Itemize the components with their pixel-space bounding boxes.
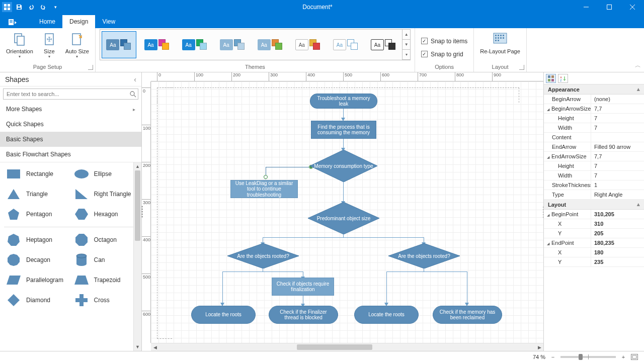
collapse-ribbon-icon[interactable]: ︿ xyxy=(632,28,644,72)
theme-item-2[interactable]: Aa xyxy=(139,31,174,58)
flowchart-node-terminator-2[interactable]: Check if the Finalizer thread is blocked xyxy=(269,306,338,324)
prop-end-arrow-size[interactable]: EndArrowSize7,7 xyxy=(544,152,644,161)
splitter-right[interactable] xyxy=(541,207,543,218)
scroll-down-icon[interactable]: ▼ xyxy=(134,343,141,351)
splitter-left[interactable] xyxy=(140,206,144,218)
theme-item-3[interactable]: Aa xyxy=(177,31,212,58)
search-icon[interactable] xyxy=(129,90,136,98)
shapes-scrollbar[interactable]: ▲ ▼ xyxy=(133,162,141,351)
undo-icon[interactable] xyxy=(26,2,36,12)
snap-to-items-checkbox[interactable]: ✓Snap to items xyxy=(421,36,467,47)
tab-design[interactable]: Design xyxy=(62,15,95,28)
shape-trapezoid[interactable]: Trapezoid xyxy=(72,270,140,290)
flowchart-node-decision-1[interactable]: Memory consumption type xyxy=(310,150,377,182)
auto-size-button[interactable]: Auto Size ▾ xyxy=(63,29,91,59)
layout-dialog-launcher[interactable] xyxy=(519,65,524,70)
shape-heptagon[interactable]: Heptagon xyxy=(4,230,72,249)
basic-flowchart-category[interactable]: Basic Flowchart Shapes xyxy=(0,147,141,162)
relayout-page-button[interactable]: Re-Layout Page xyxy=(478,29,522,54)
prop-content[interactable]: Content xyxy=(544,133,644,142)
theme-item-5[interactable]: Aa xyxy=(253,31,287,58)
quick-shapes-category[interactable]: Quick Shapes xyxy=(0,117,141,132)
zoom-fit-button[interactable] xyxy=(631,354,640,360)
basic-shapes-category[interactable]: Basic Shapes xyxy=(0,132,141,147)
horizontal-scrollbar[interactable]: ◀ ▶ xyxy=(151,343,543,351)
file-menu-button[interactable] xyxy=(4,16,22,28)
shape-decagon[interactable]: Decagon xyxy=(4,250,72,269)
themes-gallery[interactable]: Aa Aa Aa Aa Aa Aa Aa Aa ▲ ▼ ▾ xyxy=(100,29,411,60)
prop-stroke-thickness[interactable]: StrokeThickness1 xyxy=(544,180,644,190)
zoom-slider[interactable] xyxy=(560,356,616,358)
props-alphabetical-icon[interactable]: AZ xyxy=(558,74,568,83)
prop-begin-arrow-size[interactable]: BeginArrowSize7,7 xyxy=(544,104,644,114)
prop-end-x[interactable]: X180 xyxy=(544,248,644,257)
prop-begin-arrow-width[interactable]: Width7 xyxy=(544,123,644,133)
qat-customize-icon[interactable]: ▾ xyxy=(50,2,60,12)
gallery-more-icon[interactable]: ▾ xyxy=(403,50,410,60)
theme-item-6[interactable]: Aa xyxy=(290,31,325,58)
zoom-out-button[interactable]: − xyxy=(549,354,556,360)
shape-pentagon[interactable]: Pentagon xyxy=(4,205,72,224)
snap-to-grid-checkbox[interactable]: ✓Snap to grid xyxy=(421,49,463,60)
shape-octagon[interactable]: Octagon xyxy=(72,230,140,249)
tab-view[interactable]: View xyxy=(95,15,122,28)
flowchart-node-terminator-1[interactable]: Locate the roots xyxy=(191,306,256,324)
redo-icon[interactable] xyxy=(38,2,48,12)
scroll-up-icon[interactable]: ▲ xyxy=(134,162,141,170)
flowchart-node-start[interactable]: Troubleshoot a memory leak xyxy=(310,94,377,109)
maximize-button[interactable] xyxy=(598,0,621,14)
flowchart-node-decision-4[interactable]: Are the objects rooted? xyxy=(388,243,460,268)
hscroll-left-icon[interactable]: ◀ xyxy=(151,343,159,351)
orientation-button[interactable]: Orientation ▾ xyxy=(4,29,35,59)
gallery-up-icon[interactable]: ▲ xyxy=(403,30,410,40)
flowchart-node-process-1[interactable]: Find the process that is consuming the m… xyxy=(311,121,376,139)
prop-begin-y[interactable]: Y205 xyxy=(544,229,644,238)
close-button[interactable] xyxy=(621,0,644,14)
shape-diamond[interactable]: Diamond xyxy=(4,291,72,310)
prop-type[interactable]: TypeRight Angle xyxy=(544,190,644,200)
prop-begin-arrow[interactable]: BeginArrow(none) xyxy=(544,95,644,104)
shape-hexagon[interactable]: Hexagon xyxy=(72,205,140,224)
theme-item-7[interactable]: Aa xyxy=(328,31,363,58)
flowchart-node-decision-2[interactable]: Predominant object size xyxy=(308,202,379,234)
shape-right-triangle[interactable]: Right Triangle xyxy=(72,185,140,204)
prop-end-arrow-width[interactable]: Width7 xyxy=(544,171,644,180)
theme-item-4[interactable]: Aa xyxy=(215,31,250,58)
more-shapes-category[interactable]: More Shapes▸ xyxy=(0,102,141,117)
shape-rectangle[interactable]: Rectangle xyxy=(4,164,72,184)
prop-end-arrow[interactable]: EndArrowFilled 90 arrow xyxy=(544,142,644,152)
prop-end-y[interactable]: Y235 xyxy=(544,257,644,267)
flowchart-node-terminator-3[interactable]: Locate the roots xyxy=(354,306,419,324)
tab-home[interactable]: Home xyxy=(32,15,62,28)
prop-begin-point[interactable]: BeginPoint310,205 xyxy=(544,210,644,219)
prop-end-arrow-height[interactable]: Height7 xyxy=(544,161,644,171)
flowchart-node-decision-3[interactable]: Are the objects rooted? xyxy=(227,243,299,268)
flowchart-node-process-3[interactable]: Check if objects require finalization xyxy=(272,278,334,296)
props-categorized-icon[interactable] xyxy=(546,74,556,83)
shape-cross[interactable]: Cross xyxy=(72,291,140,310)
zoom-in-button[interactable]: + xyxy=(620,354,627,360)
flowchart-node-process-2[interactable]: Use LeakDiag or a similar tool to contin… xyxy=(230,180,298,198)
diagram-canvas[interactable]: Troubleshoot a memory leak Find the proc… xyxy=(151,81,543,343)
hscroll-right-icon[interactable]: ▶ xyxy=(535,343,543,351)
prop-begin-arrow-height[interactable]: Height7 xyxy=(544,114,644,123)
theme-item-8[interactable]: Aa xyxy=(366,31,400,58)
shape-triangle[interactable]: Triangle xyxy=(4,185,72,204)
save-icon[interactable] xyxy=(14,2,24,12)
shape-parallelogram[interactable]: Parallelogram xyxy=(4,270,72,290)
size-button[interactable]: Size ▾ xyxy=(37,29,61,59)
shapes-collapse-icon[interactable]: ‹ xyxy=(134,75,136,83)
shape-ellipse[interactable]: Ellipse xyxy=(72,164,140,184)
shapes-search-input[interactable] xyxy=(3,88,138,100)
app-icon[interactable] xyxy=(2,2,12,12)
prop-end-point[interactable]: EndPoint180,235 xyxy=(544,238,644,248)
gallery-down-icon[interactable]: ▼ xyxy=(403,40,410,50)
prop-begin-x[interactable]: X310 xyxy=(544,219,644,229)
page-setup-dialog-launcher[interactable] xyxy=(88,65,93,70)
props-section-appearance[interactable]: Appearance▴ xyxy=(544,84,644,95)
minimize-button[interactable] xyxy=(575,0,598,14)
flowchart-node-terminator-4[interactable]: Check if the memory has been reclaimed xyxy=(433,306,502,324)
theme-item-1[interactable]: Aa xyxy=(102,31,136,58)
shape-can[interactable]: Can xyxy=(72,250,140,269)
props-section-layout[interactable]: Layout▴ xyxy=(544,200,644,210)
